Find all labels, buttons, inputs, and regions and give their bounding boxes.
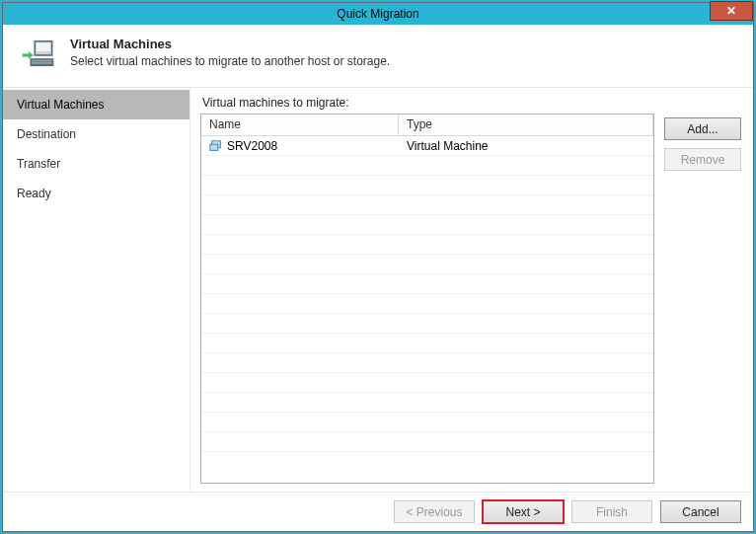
previous-button: < Previous [394, 500, 475, 523]
table-row [201, 413, 653, 432]
content-main: Virtual machines to migrate: Name Type [200, 96, 654, 484]
table-row [201, 334, 653, 353]
sidebar-item-destination[interactable]: Destination [3, 119, 189, 149]
next-button[interactable]: Next > [483, 500, 564, 523]
list-label: Virtual machines to migrate: [200, 96, 654, 110]
table-row [201, 314, 653, 334]
cancel-button[interactable]: Cancel [660, 500, 741, 523]
finish-button: Finish [571, 500, 652, 523]
header-text: Virtual Machines Select virtual machines… [70, 37, 390, 68]
table-row [201, 156, 653, 176]
svg-rect-3 [32, 60, 52, 62]
vm-migration-icon [21, 37, 58, 77]
table-row [201, 176, 653, 195]
close-button[interactable]: ✕ [710, 1, 753, 21]
table-row [201, 255, 653, 274]
table-row [201, 195, 653, 215]
svg-rect-4 [32, 62, 52, 64]
cell-type: Virtual Machine [399, 139, 653, 153]
table-row [201, 294, 653, 314]
grid-header: Name Type [201, 114, 653, 136]
sidebar-item-ready[interactable]: Ready [3, 179, 189, 208]
sidebar-item-transfer[interactable]: Transfer [3, 149, 189, 179]
window-title: Quick Migration [337, 7, 418, 21]
wizard-window: Quick Migration ✕ Virtual Machines Selec… [2, 2, 754, 532]
sidebar-item-label: Destination [17, 127, 76, 141]
sidebar-item-label: Transfer [17, 157, 60, 171]
vm-type: Virtual Machine [407, 139, 489, 153]
column-header-name[interactable]: Name [201, 114, 399, 135]
sidebar: Virtual Machines Destination Transfer Re… [3, 88, 190, 492]
content-area: Virtual machines to migrate: Name Type [190, 88, 753, 492]
close-icon: ✕ [726, 0, 736, 22]
sidebar-item-label: Ready [17, 187, 51, 200]
sidebar-item-virtual-machines[interactable]: Virtual Machines [3, 90, 189, 119]
column-header-type[interactable]: Type [399, 114, 653, 135]
table-row [201, 393, 653, 413]
cell-name: SRV2008 [201, 139, 399, 153]
table-row [201, 215, 653, 235]
vm-icon [209, 139, 223, 153]
page-subtitle: Select virtual machines to migrate to an… [70, 54, 390, 68]
svg-rect-1 [37, 42, 50, 51]
add-button[interactable]: Add... [664, 117, 741, 140]
table-row [201, 432, 653, 452]
table-row [201, 353, 653, 373]
wizard-body: Virtual Machines Destination Transfer Re… [3, 88, 753, 492]
titlebar: Quick Migration ✕ [3, 3, 753, 25]
table-row [201, 373, 653, 393]
grid-body: SRV2008 Virtual Machine [201, 136, 653, 483]
table-row [201, 274, 653, 294]
page-title: Virtual Machines [70, 37, 390, 51]
svg-rect-7 [210, 144, 218, 150]
table-row [201, 235, 653, 255]
table-row[interactable]: SRV2008 Virtual Machine [201, 136, 653, 156]
remove-button: Remove [664, 148, 741, 171]
sidebar-item-label: Virtual Machines [17, 98, 105, 112]
side-buttons: Add... Remove [664, 96, 741, 484]
wizard-header: Virtual Machines Select virtual machines… [3, 25, 753, 88]
vm-name: SRV2008 [227, 139, 277, 153]
svg-marker-5 [23, 51, 34, 59]
wizard-footer: < Previous Next > Finish Cancel [3, 492, 753, 531]
vm-grid: Name Type SRV2008 Virtu [200, 114, 654, 484]
